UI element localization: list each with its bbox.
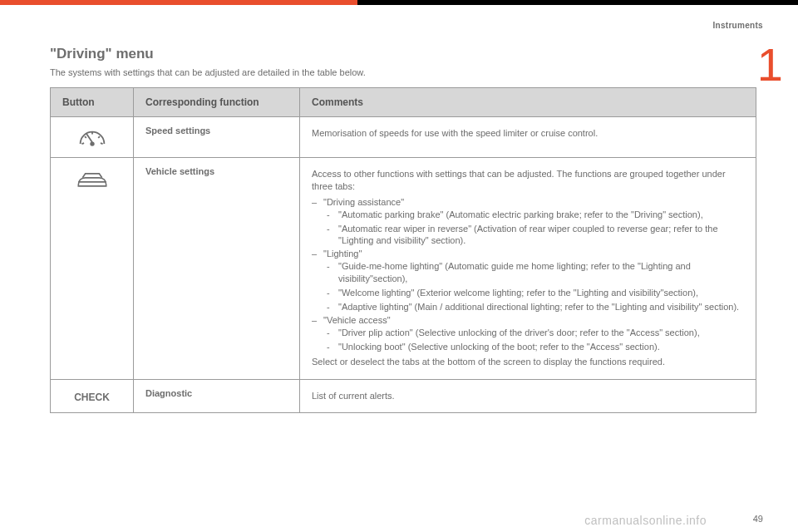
button-cell	[51, 117, 134, 158]
comments-outro: Select or deselect the tabs at the botto…	[312, 356, 744, 368]
section-label: Instruments	[712, 21, 763, 30]
top-dark-bar	[357, 0, 798, 5]
sub-item: "Welcome lighting" (Exterior welcome lig…	[323, 287, 744, 299]
svg-point-0	[91, 142, 94, 145]
button-cell	[51, 158, 134, 380]
button-cell: CHECK	[51, 379, 134, 412]
car-icon	[62, 171, 121, 191]
page-content: "Driving" menu The systems with settings…	[50, 46, 756, 413]
header-comments: Comments	[300, 88, 756, 117]
svg-line-3	[85, 136, 86, 138]
chapter-number: 1	[757, 42, 783, 88]
sub-list: "Automatic parking brake" (Automatic ele…	[323, 209, 744, 248]
page-title: "Driving" menu	[50, 46, 756, 62]
tab-item: "Vehicle access" "Driver plip action" (S…	[312, 315, 744, 353]
function-name: Vehicle settings	[145, 166, 214, 176]
function-name: Diagnostic	[145, 388, 192, 398]
footer-url: carmanualsonline.info	[584, 514, 707, 527]
comments-cell: List of current alerts.	[300, 379, 756, 412]
function-cell: Speed settings	[134, 117, 300, 158]
table-row: Vehicle settings Access to other functio…	[51, 158, 756, 380]
sub-item: "Guide-me-home lighting" (Automatic guid…	[323, 260, 744, 285]
gauge-icon	[62, 126, 121, 149]
header-function: Corresponding function	[134, 88, 300, 117]
page-intro: The systems with settings that can be ad…	[50, 67, 756, 77]
function-name: Speed settings	[145, 126, 210, 135]
table-row: CHECK Diagnostic List of current alerts.	[51, 379, 756, 412]
page-number: 49	[753, 514, 763, 524]
sub-list: "Driver plip action" (Selective unlockin…	[323, 327, 744, 353]
tab-label: "Lighting"	[323, 249, 362, 259]
svg-line-4	[98, 136, 100, 138]
comments-cell: Memorisation of speeds for use with the …	[300, 117, 756, 158]
svg-line-2	[100, 143, 102, 144]
svg-line-1	[81, 143, 84, 144]
comments-text: Memorisation of speeds for use with the …	[312, 127, 744, 140]
sub-list: "Guide-me-home lighting" (Automatic guid…	[323, 260, 744, 313]
sub-item: "Automatic rear wiper in reverse" (Activ…	[323, 223, 744, 248]
sub-item: "Driver plip action" (Selective unlockin…	[323, 327, 744, 339]
sub-item: "Automatic parking brake" (Automatic ele…	[323, 209, 744, 221]
tab-label: "Driving assistance"	[323, 197, 404, 207]
check-icon: CHECK	[62, 392, 121, 403]
tab-label: "Vehicle access"	[323, 315, 391, 325]
table-row: Speed settings Memorisation of speeds fo…	[51, 117, 756, 158]
function-cell: Diagnostic	[134, 379, 300, 412]
function-cell: Vehicle settings	[134, 158, 300, 380]
top-accent-bar	[0, 0, 357, 5]
tab-item: "Driving assistance" "Automatic parking …	[312, 197, 744, 248]
header-button: Button	[51, 88, 134, 117]
tab-item: "Lighting" "Guide-me-home lighting" (Aut…	[312, 249, 744, 313]
table-header-row: Button Corresponding function Comments	[51, 88, 756, 117]
settings-table: Button Corresponding function Comments	[50, 87, 756, 413]
tabs-list: "Driving assistance" "Automatic parking …	[312, 197, 744, 353]
sub-item: "Unlocking boot" (Selective unlocking of…	[323, 341, 744, 353]
comments-intro: Access to other functions with settings …	[312, 168, 744, 194]
sub-item: "Adaptive lighting" (Main / additional d…	[323, 301, 744, 313]
comments-cell: Access to other functions with settings …	[300, 158, 756, 380]
comments-text: List of current alerts.	[312, 390, 744, 402]
